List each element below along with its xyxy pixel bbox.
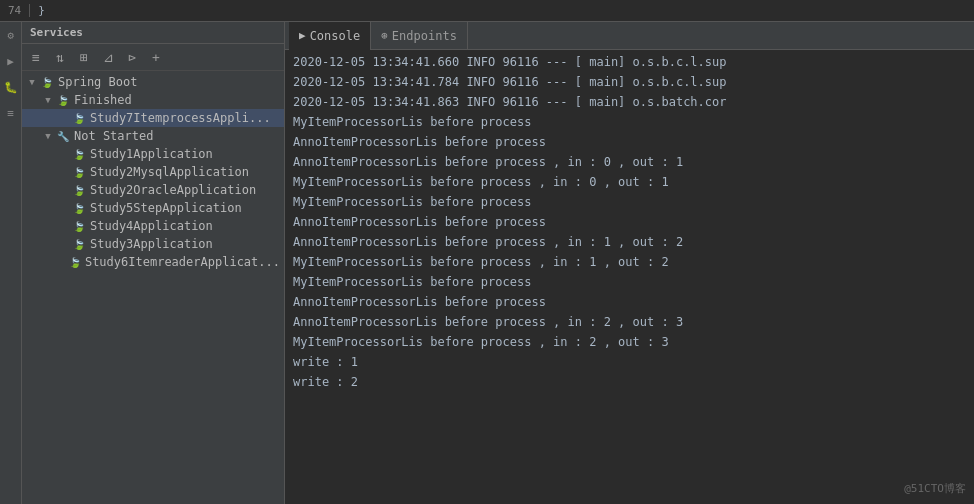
add-service-btn[interactable]: + [146,47,166,67]
tree-study3-item[interactable]: 🍃 Study3Application [22,235,284,253]
console-output[interactable]: 2020-12-05 13:34:41.660 INFO 96116 --- [… [285,50,974,504]
study3-label: Study3Application [90,237,213,251]
watermark: @51CTO博客 [904,481,966,496]
finished-icon: 🍃 [56,93,70,107]
tab-console[interactable]: ▶ Console [289,22,371,50]
console-line-2: 2020-12-05 13:34:41.863 INFO 96116 --- [… [285,92,974,112]
console-line-12: AnnoItemProcessorLis before process [285,292,974,312]
study2oracle-label: Study2OracleApplication [90,183,256,197]
finished-arrow: ▼ [42,94,54,106]
tree-study4-item[interactable]: 🍃 Study4Application [22,217,284,235]
console-tab-icon: ▶ [299,29,306,42]
run-icon[interactable]: ▶ [2,52,20,70]
console-line-3: MyItemProcessorLis before process [285,112,974,132]
study6-label: Study6ItemreaderApplicat... [85,255,280,269]
study5-arrow [58,202,70,214]
study4-label: Study4Application [90,219,213,233]
tree-finished-group[interactable]: ▼ 🍃 Finished [22,91,284,109]
line-num-bar: 74 } [0,0,974,22]
study2oracle-icon: 🍃 [72,183,86,197]
tree-study2oracle-item[interactable]: 🍃 Study2OracleApplication [22,181,284,199]
study3-arrow [58,238,70,250]
run-service-btn[interactable]: ⊳ [122,47,142,67]
structure-icon[interactable]: ≡ [2,104,20,122]
console-line-4: AnnoItemProcessorLis before process [285,132,974,152]
line-number: 74 [4,4,30,17]
study1-icon: 🍃 [72,147,86,161]
springboot-arrow: ▼ [26,76,38,88]
study7-icon: 🍃 [72,111,86,125]
filter-btn[interactable]: ⊿ [98,47,118,67]
group-btn[interactable]: ⊞ [74,47,94,67]
tree-springboot-group[interactable]: ▼ 🍃 Spring Boot [22,73,284,91]
tree-notstarted-group[interactable]: ▼ 🔧 Not Started [22,127,284,145]
study5-icon: 🍃 [72,201,86,215]
endpoints-tab-label: Endpoints [392,29,457,43]
notstarted-arrow: ▼ [42,130,54,142]
sort-btn[interactable]: ⇅ [50,47,70,67]
services-icon[interactable]: ⚙ [2,26,20,44]
services-tree: ▼ 🍃 Spring Boot ▼ 🍃 Finished 🍃 Study7Ite… [22,71,284,504]
study7-arrow [58,112,70,124]
console-line-10: MyItemProcessorLis before process , in :… [285,252,974,272]
console-line-16: write : 2 [285,372,974,392]
sidebar-title: Services [22,22,284,44]
console-line-6: MyItemProcessorLis before process , in :… [285,172,974,192]
tree-study7-item[interactable]: 🍃 Study7ItemprocessAppli... [22,109,284,127]
notstarted-label: Not Started [74,129,153,143]
console-line-9: AnnoItemProcessorLis before process , in… [285,232,974,252]
main-area: ⚙ ▶ 🐛 ≡ Services ≡ ⇅ ⊞ ⊿ ⊳ + ▼ 🍃 Spring … [0,22,974,504]
console-line-11: MyItemProcessorLis before process [285,272,974,292]
console-line-14: MyItemProcessorLis before process , in :… [285,332,974,352]
console-line-13: AnnoItemProcessorLis before process , in… [285,312,974,332]
console-line-5: AnnoItemProcessorLis before process , in… [285,152,974,172]
study2mysql-icon: 🍃 [72,165,86,179]
study5-label: Study5StepApplication [90,201,242,215]
sidebar-toolbar: ≡ ⇅ ⊞ ⊿ ⊳ + [22,44,284,71]
console-line-15: write : 1 [285,352,974,372]
debug-icon[interactable]: 🐛 [2,78,20,96]
tree-study6-item[interactable]: 🍃 Study6ItemreaderApplicat... [22,253,284,271]
study2oracle-arrow [58,184,70,196]
tree-study5-item[interactable]: 🍃 Study5StepApplication [22,199,284,217]
endpoints-tab-icon: ⊛ [381,29,388,42]
study1-arrow [58,148,70,160]
tab-endpoints[interactable]: ⊛ Endpoints [371,22,468,50]
springboot-icon: 🍃 [40,75,54,89]
finished-label: Finished [74,93,132,107]
study3-icon: 🍃 [72,237,86,251]
notstarted-icon: 🔧 [56,129,70,143]
tree-study1-item[interactable]: 🍃 Study1Application [22,145,284,163]
study6-arrow [58,256,67,268]
sidebar-icon-strip: ⚙ ▶ 🐛 ≡ [0,22,22,504]
console-line-1: 2020-12-05 13:34:41.784 INFO 96116 --- [… [285,72,974,92]
study4-arrow [58,220,70,232]
tree-study2mysql-item[interactable]: 🍃 Study2MysqlApplication [22,163,284,181]
console-line-8: AnnoItemProcessorLis before process [285,212,974,232]
right-panel: ▶ Console ⊛ Endpoints 2020-12-05 13:34:4… [285,22,974,504]
services-sidebar: Services ≡ ⇅ ⊞ ⊿ ⊳ + ▼ 🍃 Spring Boot ▼ 🍃… [22,22,285,504]
study2mysql-arrow [58,166,70,178]
study1-label: Study1Application [90,147,213,161]
study6-icon: 🍃 [69,255,81,269]
study7-label: Study7ItemprocessAppli... [90,111,271,125]
line-code: } [30,4,45,17]
console-tab-label: Console [310,29,361,43]
all-services-btn[interactable]: ≡ [26,47,46,67]
study2mysql-label: Study2MysqlApplication [90,165,249,179]
console-line-7: MyItemProcessorLis before process [285,192,974,212]
console-line-0: 2020-12-05 13:34:41.660 INFO 96116 --- [… [285,52,974,72]
study4-icon: 🍃 [72,219,86,233]
tabs-bar: ▶ Console ⊛ Endpoints [285,22,974,50]
springboot-label: Spring Boot [58,75,137,89]
